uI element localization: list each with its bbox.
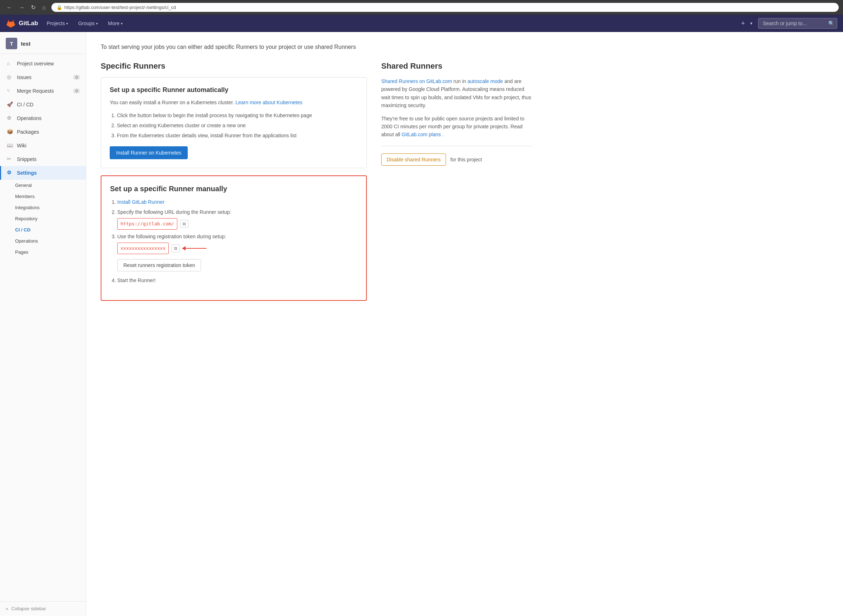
runner-url-value: https://gitlab.com/	[117, 218, 177, 230]
project-name: test	[21, 41, 31, 47]
sidebar-nav: ⌂ Project overview ◎ Issues 0 ⑂ Merge Re…	[0, 54, 86, 261]
copy-url-button[interactable]: ⧉	[180, 220, 188, 228]
auto-runner-steps: Click the button below to begin the inst…	[110, 111, 358, 140]
manual-runner-title: Set up a specific Runner manually	[110, 185, 358, 193]
auto-runner-card: Set up a specific Runner automatically Y…	[101, 77, 367, 168]
app-layout: T test ⌂ Project overview ◎ Issues 0 ⑂ M…	[0, 32, 843, 616]
sidebar-item-packages[interactable]: 📦 Packages	[0, 125, 86, 139]
browser-chrome: ← → ↻ ⌂ 🔒 https://gitlab.com/user-test/t…	[0, 0, 843, 15]
refresh-button[interactable]: ↻	[29, 3, 38, 12]
sidebar-sub-item-operations[interactable]: Operations	[0, 235, 86, 246]
issue-icon: ◎	[7, 74, 13, 81]
manual-step-2: Specify the following URL during the Run…	[117, 208, 358, 230]
sidebar-sub-item-pages[interactable]: Pages	[0, 246, 86, 258]
sidebar: T test ⌂ Project overview ◎ Issues 0 ⑂ M…	[0, 32, 86, 616]
token-wrapper: xxxxxxxxxxxxxxxx ⧉	[117, 243, 358, 254]
merge-icon: ⑂	[7, 88, 13, 94]
arrow-indicator	[185, 248, 206, 249]
kubernetes-learn-more-link[interactable]: Learn more about Kubernetes	[235, 100, 303, 105]
house-icon: ⌂	[7, 60, 13, 67]
merge-badge: 0	[73, 88, 80, 94]
sidebar-sub-item-repository[interactable]: Repository	[0, 213, 86, 224]
sidebar-item-merge-requests[interactable]: ⑂ Merge Requests 0	[0, 84, 86, 98]
package-icon: 📦	[7, 129, 13, 135]
collapse-icon: «	[6, 606, 8, 611]
search-input[interactable]	[758, 18, 837, 29]
shared-runners-column: Shared Runners Shared Runners on GitLab.…	[381, 62, 532, 308]
sidebar-sub-item-ci-cd[interactable]: CI / CD	[0, 224, 86, 235]
search-wrapper: 🔍	[758, 18, 837, 29]
gitlab-logo-icon	[6, 18, 16, 28]
project-avatar: T	[6, 38, 17, 49]
ops-icon: ⚙	[7, 115, 13, 122]
address-bar[interactable]: 🔒 https://gitlab.com/user-test/test-proj…	[51, 3, 839, 12]
collapse-sidebar-button[interactable]: « Collapse sidebar	[0, 601, 86, 616]
rocket-icon: 🚀	[7, 101, 13, 108]
gitlab-plans-link[interactable]: GitLab.com plans	[402, 132, 442, 137]
sidebar-sub-item-members[interactable]: Members	[0, 191, 86, 202]
copy-token-button[interactable]: ⧉	[172, 244, 180, 252]
intro-text: To start serving your jobs you can eithe…	[101, 43, 396, 51]
wiki-icon: 📖	[7, 142, 13, 149]
groups-nav-item[interactable]: Groups ▾	[74, 15, 102, 32]
specific-runners-column: Specific Runners Set up a specific Runne…	[101, 62, 367, 308]
sidebar-item-ci-cd[interactable]: 🚀 CI / CD	[0, 98, 86, 111]
autoscale-mode-link[interactable]: autoscale mode	[468, 78, 505, 84]
runner-token-value: xxxxxxxxxxxxxxxx	[117, 243, 169, 254]
groups-chevron: ▾	[96, 22, 98, 25]
sidebar-item-settings[interactable]: ⚙ Settings	[0, 166, 86, 180]
sidebar-sub-item-general[interactable]: General	[0, 180, 86, 191]
sidebar-item-wiki[interactable]: 📖 Wiki	[0, 139, 86, 153]
gitlab-logo[interactable]: GitLab	[6, 18, 38, 28]
auto-step-3: From the Kubernetes cluster details view…	[117, 132, 358, 140]
install-gitlab-runner-link[interactable]: Install GitLab Runner	[117, 199, 165, 205]
settings-icon: ⚙	[7, 170, 13, 176]
shared-runners-para2: They're free to use for public open sour…	[381, 114, 532, 139]
reset-token-button[interactable]: Reset runners registration token	[117, 259, 201, 271]
search-icon: 🔍	[828, 21, 834, 26]
runners-grid: Specific Runners Set up a specific Runne…	[101, 62, 532, 308]
new-item-button[interactable]: +	[737, 18, 749, 29]
manual-runner-steps: Install GitLab Runner Specify the follow…	[110, 198, 358, 285]
sidebar-item-snippets[interactable]: ✂ Snippets	[0, 153, 86, 166]
forward-button[interactable]: →	[16, 3, 26, 12]
reset-token-wrapper: Reset runners registration token	[117, 255, 358, 275]
sidebar-item-operations[interactable]: ⚙ Operations	[0, 111, 86, 125]
disable-shared-runners-button[interactable]: Disable shared Runners	[381, 154, 446, 166]
new-item-chevron[interactable]: ▾	[750, 21, 752, 26]
shared-runners-gitlab-link[interactable]: Shared Runners on GitLab.com	[381, 78, 453, 84]
lock-icon: 🔒	[56, 5, 62, 10]
manual-step-3: Use the following registration token dur…	[117, 233, 358, 275]
manual-runner-card: Set up a specific Runner manually Instal…	[101, 175, 367, 301]
auto-runner-title: Set up a specific Runner automatically	[110, 86, 358, 94]
url-row: https://gitlab.com/ ⧉	[117, 218, 358, 230]
sidebar-item-issues[interactable]: ◎ Issues 0	[0, 70, 86, 84]
manual-step-1: Install GitLab Runner	[117, 198, 358, 207]
main-content: To start serving your jobs you can eithe…	[86, 32, 843, 616]
home-button[interactable]: ⌂	[40, 3, 48, 12]
manual-step-4: Start the Runner!	[117, 276, 358, 285]
more-nav-item[interactable]: More ▾	[104, 15, 127, 32]
url-text: https://gitlab.com/user-test/test-projec…	[65, 5, 176, 10]
more-chevron: ▾	[121, 22, 123, 25]
shared-runners-divider	[381, 146, 532, 146]
shared-runners-para1: Shared Runners on GitLab.com run in auto…	[381, 77, 532, 110]
browser-nav-buttons: ← → ↻ ⌂	[4, 3, 48, 12]
back-button[interactable]: ←	[4, 3, 15, 12]
project-header: T test	[0, 32, 86, 54]
auto-step-2: Select an existing Kubernetes cluster or…	[117, 122, 358, 130]
projects-nav-item[interactable]: Projects ▾	[43, 15, 73, 32]
projects-chevron: ▾	[66, 22, 68, 25]
disable-runners-suffix: for this project	[450, 157, 482, 163]
auto-runner-description: You can easily install a Runner on a Kub…	[110, 99, 358, 106]
top-nav: GitLab Projects ▾ Groups ▾ More ▾ + ▾ 🔍	[0, 15, 843, 32]
install-runner-kubernetes-button[interactable]: Install Runner on Kubernetes	[110, 146, 188, 159]
sidebar-sub-item-integrations[interactable]: Integrations	[0, 202, 86, 213]
issues-badge: 0	[73, 75, 80, 80]
specific-runners-title: Specific Runners	[101, 62, 367, 71]
disable-runners-row: Disable shared Runners for this project	[381, 154, 532, 166]
shared-runners-section: Shared Runners on GitLab.com run in auto…	[381, 77, 532, 166]
snippet-icon: ✂	[7, 156, 13, 163]
shared-runners-title: Shared Runners	[381, 62, 532, 71]
sidebar-item-project-overview[interactable]: ⌂ Project overview	[0, 57, 86, 70]
